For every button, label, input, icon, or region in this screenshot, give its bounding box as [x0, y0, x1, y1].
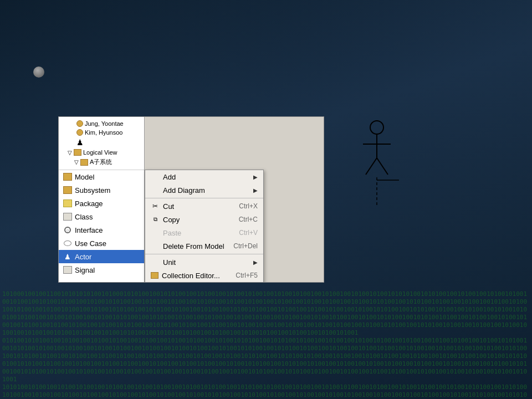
editor-icon: [151, 272, 158, 279]
tree-panel: Jung, Yoontae Kim, Hyunsoo ♟ ▽ Logical V…: [59, 117, 145, 283]
svg-line-4: [377, 158, 388, 175]
add-diagram-icon: [151, 186, 160, 195]
svg-point-0: [370, 121, 383, 134]
menu-item-cut[interactable]: ✂ Cut Ctrl+X: [145, 200, 263, 213]
add-arrow-icon: ▶: [253, 174, 258, 180]
tree-header: Jung, Yoontae Kim, Hyunsoo ♟ ▽ Logical V…: [59, 117, 144, 170]
tree-node-subsystem: ▽ A子系统: [61, 157, 142, 167]
subtitle-area: [33, 66, 51, 78]
tree-item-interface[interactable]: ○ Interface: [59, 223, 144, 237]
actor-label: [355, 176, 399, 208]
add-menu-icon: [151, 172, 160, 181]
paste-icon: [151, 228, 160, 237]
scissors-icon: ✂: [151, 202, 160, 211]
tree-item-model[interactable]: Model: [59, 170, 144, 183]
copy-icon: ⧉: [151, 215, 160, 224]
separator-2: [145, 254, 263, 254]
paste-shortcut: Ctrl+V: [239, 229, 258, 237]
menu-item-unit[interactable]: Unit ▶: [145, 255, 263, 269]
delete-icon: [151, 242, 160, 250]
svg-line-3: [366, 158, 377, 175]
delete-shortcut: Ctrl+Del: [233, 242, 258, 250]
copy-shortcut: Ctrl+C: [239, 216, 258, 223]
menu-item-add-diagram[interactable]: Add Diagram ▶: [145, 183, 263, 197]
tree-item-signal[interactable]: Signal: [59, 263, 144, 277]
software-panel: Jung, Yoontae Kim, Hyunsoo ♟ ▽ Logical V…: [58, 116, 324, 283]
add-diagram-arrow-icon: ▶: [253, 187, 258, 193]
separator-1: [145, 198, 263, 198]
binary-bg: 1010001001001100101010101001010001010100…: [0, 288, 532, 399]
tree-item-actor[interactable]: ♟ Actor: [59, 250, 144, 263]
actor-diagram: [355, 116, 399, 205]
menu-item-delete[interactable]: Delete From Model Ctrl+Del: [145, 239, 263, 253]
menu-item-add[interactable]: Add ▶: [145, 170, 263, 183]
menu-item-collection-editor[interactable]: Collection Editor... Ctrl+F5: [145, 269, 263, 282]
tree-node-jung: Jung, Yoontae: [61, 119, 142, 128]
unit-arrow-icon: ▶: [253, 259, 258, 265]
menu-item-copy[interactable]: ⧉ Copy Ctrl+C: [145, 213, 263, 226]
tree-item-package[interactable]: Package: [59, 197, 144, 210]
bullet-icon: [33, 66, 44, 78]
unit-icon: [151, 258, 160, 267]
menu-item-paste[interactable]: Paste Ctrl+V: [145, 226, 263, 239]
cut-shortcut: Ctrl+X: [239, 202, 258, 210]
tree-node-kim: Kim, Hyunsoo: [61, 128, 142, 137]
tree-item-class[interactable]: Class: [59, 210, 144, 223]
editor-shortcut: Ctrl+F5: [236, 272, 258, 279]
tree-node-actor-icon: ♟: [61, 137, 142, 148]
tree-node-logical: ▽ Logical View: [61, 148, 142, 157]
context-menu: Add ▶ Add Diagram ▶ ✂ Cut Ctrl+X ⧉ Copy: [145, 170, 264, 283]
tree-item-subsystem[interactable]: Subsystem: [59, 183, 144, 197]
tree-item-usecase[interactable]: Use Case: [59, 237, 144, 250]
